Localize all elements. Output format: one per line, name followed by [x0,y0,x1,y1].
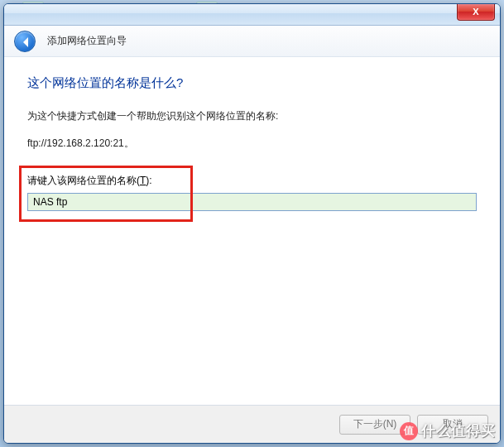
network-url-text: ftp://192.168.2.120:21。 [27,137,477,151]
close-button[interactable]: X [457,4,495,21]
page-heading: 这个网络位置的名称是什么? [27,75,477,91]
wizard-window: X 添加网络位置向导 这个网络位置的名称是什么? 为这个快捷方式创建一个帮助您识… [3,3,501,444]
back-button[interactable] [14,31,36,52]
wizard-header: 添加网络位置向导 [4,26,500,57]
titlebar: X [4,4,500,26]
name-field-label: 请键入该网络位置的名称(T): [27,174,477,188]
label-pre: 请键入该网络位置的名称( [27,175,140,186]
label-post: ): [146,175,151,186]
location-name-input[interactable] [27,193,477,211]
next-button[interactable]: 下一步(N) [339,415,410,435]
wizard-footer: 下一步(N) 取消 [4,405,500,443]
page-description: 为这个快捷方式创建一个帮助您识别这个网络位置的名称: [27,109,477,123]
wizard-content: 这个网络位置的名称是什么? 为这个快捷方式创建一个帮助您识别这个网络位置的名称:… [4,57,500,405]
wizard-title: 添加网络位置向导 [47,34,127,48]
cancel-button[interactable]: 取消 [417,415,488,435]
name-form-area: 请键入该网络位置的名称(T): [27,174,477,211]
